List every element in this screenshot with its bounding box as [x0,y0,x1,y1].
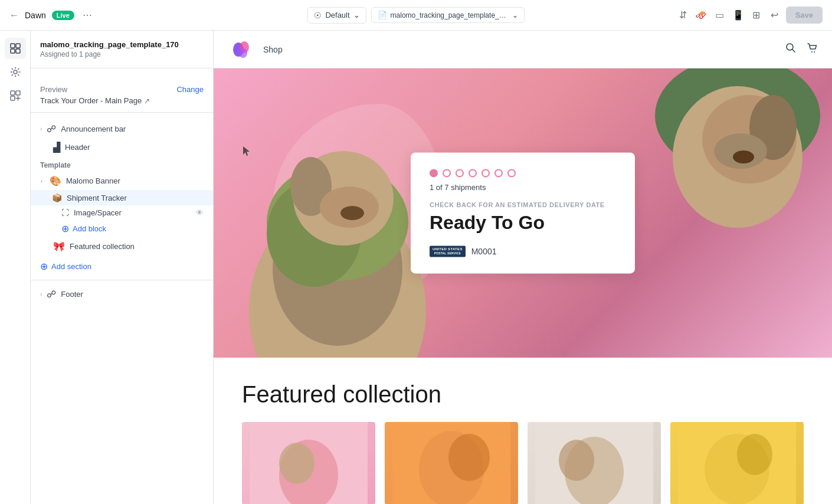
svg-point-13 [814,51,815,53]
add-section-button[interactable]: ⊕ Add section [31,258,213,275]
svg-rect-1 [16,44,20,48]
announcement-bar-icon: ☍ [47,123,56,135]
globe-icon: ☉ [314,11,322,20]
store-nav: Shop [214,31,832,68]
dog-right [643,68,832,322]
footer-icon: ☍ [47,289,56,300]
add-block-button[interactable]: ⊕ Add block [31,220,213,237]
shipment-count: 1 of 7 shipments [430,183,616,192]
external-link-icon[interactable]: ↗ [144,97,150,105]
search-icon[interactable] [785,42,797,57]
image-spacer-label: Image/Spacer [74,208,122,217]
sidebar-item-featured-collection[interactable]: 🎀 Featured collection [31,237,213,256]
theme-label: Default [325,11,349,19]
add-block-label: Add block [73,224,106,233]
topbar: ← Dawn Live ⋯ ☉ Default ⌄ 📄 malomo_track… [0,0,832,31]
file-info: malomo_tracking_page_template_170 Assign… [31,40,213,68]
product-card-3[interactable] [528,422,661,504]
topbar-right: ⇵ 🛷 ▭ 📱 ⊞ ↩ Save [532,6,823,24]
delivery-status: Ready To Go [430,212,616,234]
change-link[interactable]: Change [176,85,204,94]
tablet-icon[interactable]: ▭ [712,6,727,24]
malomo-banner-label: Malomo Banner [66,176,204,185]
plus-circle-icon: ⊕ [61,223,69,234]
chevron-down-icon: ⌄ [512,11,518,19]
sidebar-item-shipment-tracker[interactable]: 📦 Shipment Tracker [31,190,213,205]
sidebar-item-footer[interactable]: › ☍ Footer [31,285,213,303]
chevron-down-icon: ⌄ [40,179,46,184]
featured-collection-label: Featured collection [70,242,204,251]
svg-rect-2 [11,49,15,53]
preview-section: Preview Change Track Your Order - Main P… [31,78,213,113]
content-area: Shop [214,31,832,504]
dot-5 [481,169,490,177]
product-card-2[interactable] [385,422,518,504]
malomo-banner-icon: 🎨 [50,175,61,186]
svg-rect-3 [16,49,20,53]
theme-selector[interactable]: ☉ Default ⌄ [307,7,366,24]
tracking-number: M0001 [471,247,497,256]
sidebar-settings-icon[interactable] [5,61,26,83]
file-title: malomo_tracking_page_template_170 [40,40,204,49]
file-name: malomo_tracking_page_template_1708977286 [391,11,509,19]
header-icon: ▟ [53,142,60,153]
nav-shop-link[interactable]: Shop [263,45,283,54]
sidebar-item-announcement-bar[interactable]: › ☍ Announcement bar [31,120,213,138]
template-heading: Template [31,156,213,172]
sidebar-item-header[interactable]: ▟ Header [31,138,213,156]
dot-7 [507,169,516,177]
file-icon: 📄 [378,11,387,19]
shipment-tracker-icon: 📦 [52,193,62,202]
svg-point-36 [559,440,594,481]
preview-frame: Shop [214,31,832,504]
featured-collection-icon: 🎀 [53,241,65,252]
topbar-left: ← Dawn Live ⋯ [9,7,300,23]
svg-point-30 [279,443,315,484]
plus-circle-icon: ⊕ [40,261,48,272]
chevron-down-icon: ⌄ [353,11,360,19]
sections-list: › ☍ Announcement bar ▟ Header Template ⌄… [31,113,213,310]
desktop-icon[interactable]: 🛷 [692,6,710,24]
preview-label: Preview [40,85,67,94]
cart-icon[interactable] [806,42,818,57]
delivery-label: CHECK BACK FOR AN ESTIMATED DELIVERY DAT… [430,201,616,208]
visibility-icon[interactable]: 👁 [196,208,204,217]
add-section-label: Add section [51,262,91,271]
usps-badge: UNITED STATES POSTAL SERVICE [430,246,466,257]
product-card-4[interactable] [670,422,804,504]
svg-point-10 [239,48,247,58]
sidebar-item-image-spacer[interactable]: ⛶ Image/Spacer 👁 [31,205,213,220]
preview-page-row: Track Your Order - Main Page ↗ [40,96,204,105]
announcement-bar-label: Announcement bar [61,125,204,133]
back-icon[interactable]: ← [9,10,19,21]
left-panel: malomo_tracking_page_template_170 Assign… [31,31,214,504]
more-button[interactable]: ⋯ [80,7,94,23]
nav-right [785,42,818,57]
product-grid [242,422,804,504]
file-selector[interactable]: 📄 malomo_tracking_page_template_17089772… [371,7,525,23]
product-card-1[interactable] [242,422,375,504]
dot-1 [430,169,438,177]
image-spacer-icon: ⛶ [61,208,69,217]
hero-section: 1 of 7 shipments CHECK BACK FOR AN ESTIM… [214,68,832,358]
dot-3 [456,169,464,177]
dot-4 [469,169,477,177]
svg-point-12 [811,51,813,53]
tracker-card: 1 of 7 shipments CHECK BACK FOR AN ESTIM… [411,152,635,273]
resize-icon[interactable]: ⇵ [676,6,690,24]
header-label: Header [65,143,204,152]
save-button[interactable]: Save [786,6,823,24]
sidebar-sections-icon[interactable] [5,38,26,59]
sidebar-item-malomo-banner[interactable]: ⌄ 🎨 Malomo Banner [31,172,213,190]
featured-section: Featured collection [214,358,832,504]
undo-icon[interactable]: ↩ [768,6,781,24]
sidebar-apps-icon[interactable] [5,85,26,106]
svg-point-27 [733,150,754,163]
mobile-icon[interactable]: 📱 [729,6,747,24]
live-badge: Live [52,11,74,20]
shipment-tracker-label: Shipment Tracker [67,194,127,202]
svg-rect-5 [11,91,15,95]
grid-icon[interactable]: ⊞ [749,6,763,24]
svg-rect-7 [11,96,15,100]
store-logo [228,37,254,63]
